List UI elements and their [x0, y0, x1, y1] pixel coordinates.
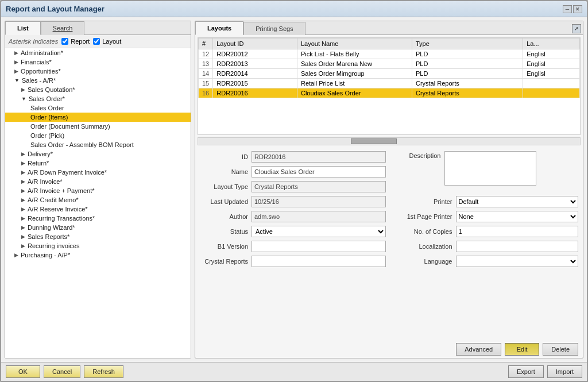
tree-label-delivery: Delivery*	[28, 151, 53, 157]
scrollbar-thumb	[351, 138, 397, 144]
printer-select[interactable]: Default Printer 1	[456, 196, 579, 207]
id-field[interactable]	[252, 151, 386, 163]
layout-table-container: # Layout ID Layout Name Type La... 12 RD…	[198, 37, 581, 135]
tree-item-opportunities[interactable]: ▶ Opportunities*	[5, 67, 191, 76]
arrow-ar-down-payment: ▶	[21, 169, 25, 175]
tree-label-sales-quotation: Sales Quotation*	[28, 86, 75, 93]
refresh-button[interactable]: Refresh	[84, 365, 123, 378]
row-num-13: 13	[199, 59, 213, 69]
table-row-selected[interactable]: 16 RDR20016 Cloudiax Sales Order Crystal…	[199, 88, 580, 98]
status-select[interactable]: Active Inactive	[252, 226, 386, 237]
crystal-reports-field[interactable]	[252, 256, 386, 267]
row-id-14: RDR20014	[213, 69, 297, 79]
tree-item-purchasing-ap[interactable]: ▶ Purchasing - A/P*	[5, 250, 191, 260]
tab-search[interactable]: Search	[41, 21, 85, 35]
tree-item-sales-quotation[interactable]: ▶ Sales Quotation*	[5, 85, 191, 94]
tree-item-sales-reports[interactable]: ▶ Sales Reports*	[5, 232, 191, 241]
localization-field[interactable]	[456, 241, 579, 252]
tab-layouts[interactable]: Layouts	[195, 21, 243, 35]
description-field[interactable]	[444, 151, 536, 186]
tree-item-sales-ar[interactable]: ▼ Sales - A/R*	[5, 76, 191, 85]
arrow-sales-quotation: ▶	[21, 87, 25, 92]
table-row[interactable]: 13 RDR20013 Sales Order Marena New PLD E…	[199, 59, 580, 69]
col-header-type[interactable]: Type	[412, 38, 523, 49]
arrow-administration: ▶	[14, 50, 18, 56]
filter-bar: Asterisk Indicates Report Layout	[5, 35, 191, 48]
b1-version-label: B1 Version	[200, 243, 252, 250]
horizontal-scrollbar[interactable]	[198, 137, 581, 145]
arrow-ar-invoice-payment: ▶	[21, 188, 25, 194]
tree-item-ar-invoice[interactable]: ▶ A/R Invoice*	[5, 177, 191, 186]
tree-item-administration[interactable]: ▶ Administration*	[5, 48, 191, 57]
col-header-lang[interactable]: La...	[523, 38, 580, 49]
col-header-layout-id[interactable]: Layout ID	[213, 38, 297, 49]
tab-list[interactable]: List	[5, 21, 41, 35]
first-page-printer-row: 1st Page Printer None Default	[393, 211, 579, 222]
tree-item-order-doc[interactable]: Order (Document Summary)	[5, 122, 191, 131]
left-tab-bar: List Search	[5, 21, 191, 35]
col-header-layout-name[interactable]: Layout Name	[297, 38, 412, 49]
maximize-table-button[interactable]: ↗	[572, 24, 581, 33]
cancel-button[interactable]: Cancel	[44, 365, 80, 378]
localization-row: Localization	[393, 241, 579, 252]
row-lang-13: Englisl	[523, 59, 580, 69]
tree-label-administration: Administration*	[21, 49, 63, 56]
name-field[interactable]	[252, 166, 386, 178]
tree-label-dunning-wizard: Dunning Wizard*	[28, 224, 75, 231]
row-lang-14: Englisl	[523, 69, 580, 79]
col-header-num[interactable]: #	[199, 38, 213, 49]
ok-button[interactable]: OK	[6, 365, 40, 378]
report-checkbox[interactable]	[61, 38, 68, 45]
tree-item-sales-order[interactable]: ▼ Sales Order*	[5, 94, 191, 103]
tree-item-ar-down-payment[interactable]: ▶ A/R Down Payment Invoice*	[5, 168, 191, 177]
tree-item-order-pick[interactable]: Order (Pick)	[5, 131, 191, 140]
delete-button[interactable]: Delete	[543, 343, 578, 356]
author-row: Author	[200, 211, 386, 222]
layout-checkbox[interactable]	[93, 38, 100, 45]
bottom-left-buttons: OK Cancel Refresh	[6, 365, 123, 378]
tree-item-recurring-invoices[interactable]: ▶ Recurring invoices	[5, 241, 191, 250]
row-name-13: Sales Order Marena New	[297, 59, 412, 69]
tree-item-delivery[interactable]: ▶ Delivery*	[5, 149, 191, 159]
left-panel: List Search Asterisk Indicates Report La…	[5, 21, 191, 358]
id-label: ID	[200, 153, 252, 160]
advanced-button[interactable]: Advanced	[456, 343, 501, 356]
tab-printing-segs[interactable]: Printing Segs	[243, 22, 305, 35]
tree-item-ar-reserve-invoice[interactable]: ▶ A/R Reserve Invoice*	[5, 204, 191, 214]
tree-item-order-items[interactable]: Order (Items)	[5, 113, 191, 122]
arrow-dunning-wizard: ▶	[21, 225, 25, 230]
tree-item-ar-invoice-payment[interactable]: ▶ A/R Invoice + Payment*	[5, 186, 191, 195]
tree-container: ▶ Administration* ▶ Financials* ▶ Opport…	[5, 48, 191, 358]
tree-item-dunning-wizard[interactable]: ▶ Dunning Wizard*	[5, 223, 191, 232]
bottom-right-buttons: Export Import	[508, 365, 582, 378]
tree-label-recurring-transactions: Recurring Transactions*	[28, 215, 95, 222]
close-button[interactable]: ✕	[573, 5, 582, 13]
status-row: Status Active Inactive	[200, 226, 386, 237]
language-select[interactable]: English Spanish	[456, 256, 579, 267]
details-right: Description Printer Default Printer 1	[393, 151, 579, 336]
table-row[interactable]: 15 RDR20015 Retail Price List Crystal Re…	[199, 79, 580, 88]
tree-item-sales-order-plain[interactable]: Sales Order	[5, 103, 191, 113]
printer-row: Printer Default Printer 1	[393, 196, 579, 207]
copies-field[interactable]	[456, 226, 579, 237]
tree-item-sales-order-bom[interactable]: Sales Order - Assembly BOM Report	[5, 140, 191, 149]
tree-item-recurring-transactions[interactable]: ▶ Recurring Transactions*	[5, 214, 191, 223]
row-name-14: Sales Order Mimgroup	[297, 69, 412, 79]
import-button[interactable]: Import	[547, 365, 582, 378]
tree-item-financials[interactable]: ▶ Financials*	[5, 57, 191, 67]
first-page-printer-select[interactable]: None Default	[456, 211, 579, 222]
row-lang-16	[523, 88, 580, 98]
tree-label-ar-credit-memo: A/R Credit Memo*	[28, 196, 79, 203]
export-button[interactable]: Export	[508, 365, 544, 378]
b1-version-row: B1 Version	[200, 241, 386, 252]
edit-button[interactable]: Edit	[505, 343, 539, 356]
tree-item-return[interactable]: ▶ Return*	[5, 159, 191, 168]
row-id-13: RDR20013	[213, 59, 297, 69]
b1-version-field[interactable]	[252, 241, 386, 252]
table-row[interactable]: 14 RDR20014 Sales Order Mimgroup PLD Eng…	[199, 69, 580, 79]
minimize-button[interactable]: ─	[563, 5, 572, 13]
asterisk-label: Asterisk Indicates	[9, 38, 58, 45]
table-row[interactable]: 12 RDR20012 Pick List - Flats Belly PLD …	[199, 49, 580, 59]
tree-item-ar-credit-memo[interactable]: ▶ A/R Credit Memo*	[5, 195, 191, 204]
report-label: Report	[71, 38, 90, 45]
